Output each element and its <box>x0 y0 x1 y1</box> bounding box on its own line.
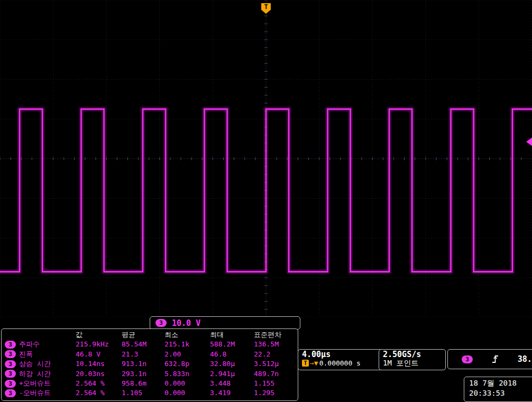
measurement-min: 215.1k <box>164 340 210 349</box>
trigger-position-value: 0.000000 s <box>319 359 361 367</box>
measurement-value: 10.14ns <box>76 359 122 369</box>
measurement-row-fall-time: 3 하강 시간 20.03ns 293.1n 5.833n 2.941µ 489… <box>5 369 298 379</box>
measurement-label: 진폭 <box>19 350 33 359</box>
measurement-value: 215.9kHz <box>76 340 122 349</box>
measurement-mean: 85.54M <box>122 340 164 349</box>
header-max: 최대 <box>210 330 254 340</box>
measurement-value: 46.8 V <box>76 350 122 359</box>
measurement-value: 20.03ns <box>76 369 122 379</box>
measurement-max: 588.2M <box>210 340 254 349</box>
channel-badge: 3 <box>5 370 16 378</box>
oscilloscope-screen: T 3 10.0 V 값 평균 최소 최대 표준편차 3 주파수 215.9kH… <box>0 0 532 402</box>
measurement-std: 1.155 <box>254 379 298 388</box>
trigger-level-value: 38.4 V <box>518 354 532 364</box>
horizontal-scale-value: 4.00µs <box>302 350 381 359</box>
measurement-mean: 913.1n <box>122 359 164 369</box>
measurement-min: 632.8p <box>164 359 210 369</box>
horizontal-scale-readout[interactable]: 4.00µs T →▼ 0.000000 s <box>298 349 385 370</box>
acquisition-readout[interactable]: 2.50GS/s 1M 포인트 <box>379 349 446 370</box>
measurement-min: 2.00 <box>164 350 210 359</box>
header-std: 표준편차 <box>254 330 298 340</box>
header-mean: 평균 <box>122 330 164 340</box>
measurement-mean: 21.3 <box>122 350 164 359</box>
measurement-std: 1.295 <box>254 388 298 398</box>
record-length-value: 1M 포인트 <box>383 359 442 367</box>
measurement-table: 값 평균 최소 최대 표준편차 3 주파수 215.9kHz 85.54M 21… <box>1 328 298 401</box>
measurement-label: 주파수 <box>19 340 40 349</box>
channel-badge: 3 <box>5 350 16 358</box>
measurement-max: 32.80µ <box>210 359 254 369</box>
measurement-mean: 293.1n <box>122 369 164 379</box>
measurement-min: 5.833n <box>164 369 210 379</box>
measurement-std: 136.5M <box>254 340 298 349</box>
trigger-source-badge: 3 <box>462 355 473 363</box>
measurement-min: 0.000 <box>164 388 210 398</box>
trigger-level-arrow-icon[interactable] <box>526 138 532 146</box>
measurement-label: 상승 시간 <box>19 359 51 369</box>
measurement-std: 3.512µ <box>254 359 298 369</box>
trigger-readout[interactable]: 3 38.4 V <box>447 349 532 369</box>
measurement-header-row: 값 평균 최소 최대 표준편차 <box>5 330 298 340</box>
datetime-readout: 18 7월 2018 20:33:53 <box>464 377 532 402</box>
trigger-icon: T <box>302 360 309 367</box>
header-value: 값 <box>76 330 122 340</box>
measurement-row-rise-time: 3 상승 시간 10.14ns 913.1n 632.8p 32.80µ 3.5… <box>5 359 298 369</box>
date-value: 18 7월 2018 <box>469 378 532 388</box>
measurement-max: 46.8 <box>210 350 254 359</box>
measurement-row-amplitude: 3 진폭 46.8 V 21.3 2.00 46.8 22.2 <box>5 350 298 359</box>
measurement-max: 3.419 <box>210 388 254 398</box>
channel-scale-value: 10.0 V <box>172 318 200 328</box>
measurement-min: 0.000 <box>164 379 210 388</box>
measurement-value: 2.564 % <box>76 379 122 388</box>
measurement-mean: 958.6m <box>122 379 164 388</box>
channel-badge: 3 <box>5 389 16 397</box>
measurement-row-pos-overshoot: 3 +오버슈트 2.564 % 958.6m 0.000 3.448 1.155 <box>5 379 298 388</box>
measurement-row-frequency: 3 주파수 215.9kHz 85.54M 215.1k 588.2M 136.… <box>5 340 298 349</box>
channel-badge: 3 <box>5 341 16 349</box>
channel-badge: 3 <box>5 380 16 388</box>
measurement-max: 2.941µ <box>210 369 254 379</box>
measurement-std: 489.7n <box>254 369 298 379</box>
trigger-arrows-icon: →▼ <box>310 359 318 367</box>
measurement-label: -오버슈트 <box>19 388 51 398</box>
measurement-max: 3.448 <box>210 379 254 388</box>
header-min: 최소 <box>164 330 210 340</box>
measurement-row-neg-overshoot: 3 -오버슈트 2.564 % 1.105 0.000 3.419 1.295 <box>5 388 298 398</box>
waveform-display <box>0 0 532 317</box>
channel-badge: 3 <box>5 360 16 368</box>
measurement-mean: 1.105 <box>122 388 164 398</box>
channel-scale-readout[interactable]: 3 10.0 V <box>150 316 300 330</box>
time-value: 20:33:53 <box>469 388 532 398</box>
channel-badge: 3 <box>155 319 167 327</box>
rising-edge-icon <box>492 355 499 363</box>
measurement-label: 하강 시간 <box>19 369 51 379</box>
sample-rate-value: 2.50GS/s <box>383 350 442 359</box>
measurement-value: 2.564 % <box>76 388 122 398</box>
measurement-label: +오버슈트 <box>19 379 51 388</box>
measurement-std: 22.2 <box>254 350 298 359</box>
